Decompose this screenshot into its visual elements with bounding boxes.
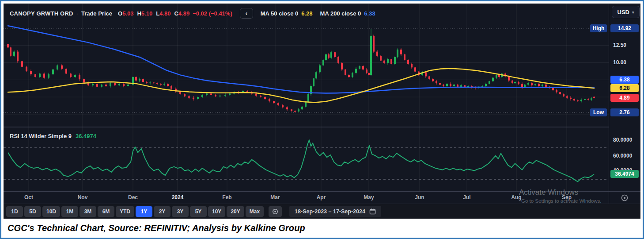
framed-screenshot: CANOPY GRWTH ORD · Trade Price O5.03 H5.…	[0, 0, 644, 239]
close-value: C4.89	[174, 10, 189, 17]
ohlc-values: O5.03 H5.10 L4.80 C4.89	[118, 10, 189, 17]
image-caption: CGC's Technical Chart, Source: REFINITIV…	[4, 219, 640, 238]
range-button-1d[interactable]: 1D	[6, 206, 23, 217]
time-axis-label: Feb	[222, 194, 231, 200]
range-button-10d[interactable]: 10D	[42, 206, 60, 217]
open-value: O5.03	[118, 10, 133, 17]
range-button-ytd[interactable]: YTD	[116, 206, 134, 217]
rsi-legend[interactable]: RSI 14 Wilder Simple 9 36.4974	[10, 133, 96, 139]
time-axis-label: Jul	[463, 194, 470, 200]
range-button-5y[interactable]: 5Y	[190, 206, 207, 217]
range-button-5d[interactable]: 5D	[24, 206, 41, 217]
range-button-6m[interactable]: 6M	[98, 206, 114, 217]
last-price-badge: 4.89	[610, 94, 639, 102]
range-button-1y[interactable]: 1Y	[136, 206, 152, 217]
symbol-name[interactable]: CANOPY GRWTH ORD	[10, 10, 73, 17]
date-range-text: 18-Sep-2023 – 17-Sep-2024	[295, 208, 365, 215]
ma50-price-badge: 6.28	[610, 84, 639, 92]
chevron-down-icon: ▾	[632, 10, 634, 15]
low-label-tag: Low	[590, 108, 607, 116]
change-value: −0.02 (−0.41%)	[193, 10, 232, 17]
range-button-1m[interactable]: 1M	[61, 206, 78, 217]
high-label-tag: High	[590, 24, 607, 32]
currency-label: USD	[617, 9, 629, 15]
price-scale[interactable]: 40.000060.000080.000010.0012.50 14.92 6.…	[609, 4, 640, 204]
ma200-label: MA 200 close 0	[320, 10, 361, 17]
ma200-value: 6.38	[364, 10, 375, 17]
time-axis-label: May	[364, 194, 374, 200]
time-axis-label: Mar	[270, 194, 280, 200]
range-button-20y[interactable]: 20Y	[227, 206, 244, 217]
rsi-label: RSI 14 Wilder Simple 9	[10, 133, 72, 139]
range-button-3m[interactable]: 3M	[80, 206, 96, 217]
ma50-value: 6.28	[301, 10, 312, 17]
calendar-icon	[369, 208, 376, 215]
gear-icon	[272, 208, 279, 215]
time-axis-label: 2024	[172, 194, 184, 200]
time-axis-label: Dec	[128, 194, 138, 200]
legend-separator: ·	[76, 10, 78, 17]
period-high-badge: 14.92	[610, 24, 639, 32]
range-button-max[interactable]: Max	[246, 206, 264, 217]
range-toolbar: 1D5D10D1M3M6MYTD1Y2Y3Y5Y10Y20YMax18-Sep-…	[4, 204, 640, 219]
trading-chart-window: CANOPY GRWTH ORD · Trade Price O5.03 H5.…	[4, 4, 640, 219]
ma200-legend[interactable]: MA 200 close 0 6.38	[320, 10, 375, 17]
time-axis-label: Nov	[78, 194, 88, 200]
ma50-label: MA 50 close 0	[261, 10, 299, 17]
axis-tick-label: 60.0000	[613, 153, 632, 159]
rsi-value: 36.4974	[76, 133, 96, 139]
series-type-label: Trade Price	[81, 10, 112, 17]
range-button-10y[interactable]: 10Y	[208, 206, 225, 217]
time-axis-label: Apr	[317, 194, 326, 200]
chart-canvas[interactable]	[4, 4, 609, 204]
axis-tick-label: 10.00	[613, 59, 626, 66]
chevron-left-icon: ‹	[245, 10, 247, 17]
time-axis-label: Jun	[415, 194, 424, 200]
ma200-price-badge: 6.38	[610, 76, 639, 84]
range-button-2y[interactable]: 2Y	[154, 206, 170, 217]
caption-text: CGC's Technical Chart, Source: REFINITIV…	[8, 223, 305, 233]
currency-selector[interactable]: USD ▾	[612, 6, 640, 18]
range-button-3y[interactable]: 3Y	[172, 206, 189, 217]
period-low-badge: 2.76	[610, 108, 639, 116]
time-axis-label: Sep	[562, 194, 572, 200]
low-value: L4.80	[156, 10, 170, 17]
chart-legend: CANOPY GRWTH ORD · Trade Price O5.03 H5.…	[10, 9, 375, 18]
range-settings-button[interactable]	[269, 206, 282, 217]
high-value: H5.10	[137, 10, 152, 17]
time-axis-label: Oct	[24, 194, 33, 200]
ma50-legend[interactable]: MA 50 close 0 6.28	[261, 10, 313, 17]
time-axis-label: Aug	[511, 194, 521, 200]
axis-tick-label: 12.50	[613, 42, 626, 48]
time-axis[interactable]: OctNovDec2024FebMarAprMayJunJulAugSep	[4, 191, 609, 204]
axis-tick-label: 80.0000	[613, 137, 632, 143]
legend-collapse-button[interactable]: ‹	[240, 8, 253, 19]
rsi-value-badge: 36.4974	[610, 170, 639, 178]
date-range-picker[interactable]: 18-Sep-2023 – 17-Sep-2024	[289, 206, 381, 217]
